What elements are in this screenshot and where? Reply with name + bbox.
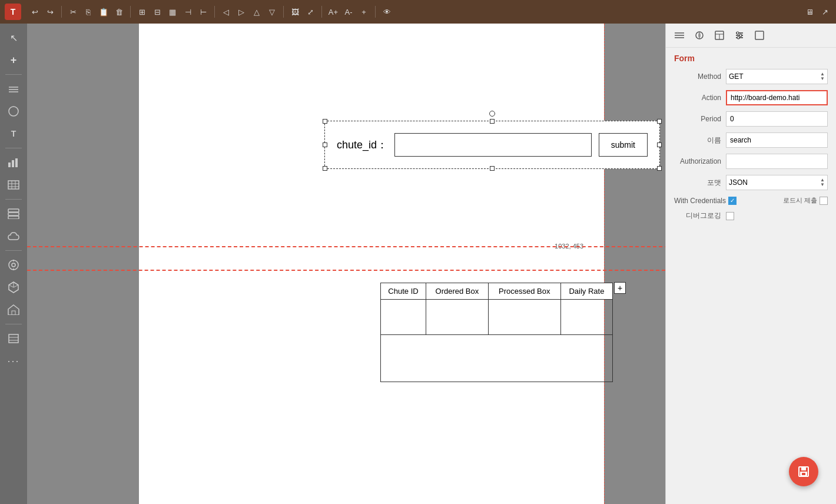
tab-settings[interactable] xyxy=(731,27,748,44)
handle-tm[interactable] xyxy=(490,119,495,124)
text-icon[interactable]: T xyxy=(4,124,23,143)
right-panel: Form Method GET ▲ ▼ Action xyxy=(665,24,836,504)
arrow-up-icon[interactable]: △ xyxy=(250,5,263,18)
sidebar-sep5 xyxy=(5,324,22,324)
col-daily-rate: Daily Rate xyxy=(560,283,612,300)
canvas-page: chute_id： submit 1032, 453 + Chute ID Or… xyxy=(139,24,604,504)
action-label: Action xyxy=(674,94,721,102)
text-smaller-icon[interactable]: A- xyxy=(342,5,355,18)
eye-icon[interactable]: 👁 xyxy=(380,5,393,18)
svg-rect-25 xyxy=(9,334,18,343)
right-panel-content: Form Method GET ▲ ▼ Action xyxy=(666,48,836,504)
redo-icon[interactable]: ↪ xyxy=(44,5,57,18)
tab-list[interactable] xyxy=(671,27,688,44)
box-3d-icon[interactable] xyxy=(4,278,23,297)
save-button[interactable] xyxy=(789,457,818,486)
svg-rect-41 xyxy=(755,31,764,39)
action-input[interactable] xyxy=(726,90,828,105)
credentials-row: With Credentials ✓ 로드시 제출 xyxy=(674,196,828,205)
table-row xyxy=(381,300,613,335)
sync-icon[interactable] xyxy=(4,256,23,274)
arrow-left-icon[interactable]: ◁ xyxy=(220,5,233,18)
table-grid-icon[interactable] xyxy=(4,175,23,194)
with-credentials-label: With Credentials xyxy=(674,197,726,205)
app-logo: T xyxy=(5,4,21,20)
table-cell xyxy=(560,300,612,335)
insert-col-icon[interactable]: ⊞ xyxy=(135,5,148,18)
format-select-wrapper: JSON ▲ ▼ xyxy=(726,175,828,190)
list-items-icon[interactable] xyxy=(4,329,23,348)
form-widget[interactable]: chute_id： submit xyxy=(324,121,660,169)
method-select[interactable]: GET ▲ ▼ xyxy=(726,69,828,84)
arrow-right-icon[interactable]: ▷ xyxy=(235,5,248,18)
chute-id-label: chute_id： xyxy=(337,138,387,152)
form-row: chute_id： submit xyxy=(337,133,648,157)
paste-icon[interactable]: 📋 xyxy=(97,5,110,18)
form-widget-top-handle[interactable] xyxy=(489,111,495,117)
handle-bl[interactable] xyxy=(323,166,327,171)
toolbar-right: 🖥 ↗ xyxy=(803,5,831,18)
table-cell xyxy=(488,300,560,335)
undo-icon[interactable]: ↩ xyxy=(28,5,41,18)
canvas-area: chute_id： submit 1032, 453 + Chute ID Or… xyxy=(27,24,665,504)
svg-point-15 xyxy=(9,260,18,270)
split-icon[interactable]: ⊣ xyxy=(181,5,194,18)
chart-icon[interactable] xyxy=(4,153,23,172)
image-icon[interactable]: 🖼 xyxy=(288,5,301,18)
lazy-submit-label: 로드시 제출 xyxy=(783,196,817,205)
lazy-submit-checkbox[interactable] xyxy=(820,197,828,205)
storage-icon[interactable] xyxy=(4,204,23,223)
authorization-input[interactable] xyxy=(726,154,828,169)
table-add-button[interactable]: + xyxy=(614,282,626,294)
home-icon[interactable] xyxy=(4,300,23,319)
shape-circle-icon[interactable] xyxy=(4,102,23,121)
svg-point-39 xyxy=(739,34,742,37)
period-input[interactable] xyxy=(726,111,828,127)
sep3 xyxy=(214,6,215,18)
handle-mr[interactable] xyxy=(657,142,662,147)
handle-bm[interactable] xyxy=(490,166,495,171)
svg-point-40 xyxy=(737,37,739,39)
sidebar-sep4 xyxy=(5,250,22,251)
cursor-icon[interactable]: ↖ xyxy=(4,28,23,47)
more-dots-icon[interactable]: ··· xyxy=(4,352,23,370)
svg-rect-14 xyxy=(8,216,19,219)
chute-id-input[interactable] xyxy=(394,133,592,157)
sep2 xyxy=(130,6,131,18)
add-icon[interactable]: + xyxy=(357,5,370,18)
text-bigger-icon[interactable]: A+ xyxy=(327,5,340,18)
expand-icon[interactable]: ↗ xyxy=(818,5,831,18)
format-select[interactable]: JSON ▲ ▼ xyxy=(726,175,828,190)
table-icon[interactable]: ▦ xyxy=(166,5,179,18)
tab-style[interactable] xyxy=(691,27,708,44)
insert-row-icon[interactable]: ⊟ xyxy=(151,5,164,18)
handle-tl[interactable] xyxy=(323,119,327,124)
arrow-down-icon[interactable]: ▽ xyxy=(266,5,278,18)
handle-br[interactable] xyxy=(657,166,662,171)
svg-rect-24 xyxy=(12,311,15,315)
delete-icon[interactable]: 🗑 xyxy=(112,5,125,18)
svg-rect-43 xyxy=(801,467,806,470)
method-value: GET xyxy=(729,72,744,81)
tab-code[interactable] xyxy=(751,27,768,44)
submit-button[interactable]: submit xyxy=(599,133,648,157)
monitor-icon[interactable]: 🖥 xyxy=(803,5,816,18)
debug-checkbox[interactable] xyxy=(726,212,734,220)
svg-point-3 xyxy=(9,107,18,116)
table-cell-merged xyxy=(381,335,613,382)
name-input[interactable] xyxy=(726,132,828,148)
with-credentials-checkbox[interactable]: ✓ xyxy=(728,197,737,205)
resize-icon[interactable]: ⤢ xyxy=(304,5,317,18)
cloud-icon[interactable] xyxy=(4,227,23,246)
handle-ml[interactable] xyxy=(323,142,327,147)
merge-icon[interactable]: ⊢ xyxy=(197,5,210,18)
handle-tr[interactable] xyxy=(657,119,662,124)
cut-icon[interactable]: ✂ xyxy=(67,5,79,18)
copy-icon[interactable]: ⎘ xyxy=(82,5,95,18)
line-icon[interactable] xyxy=(4,79,23,98)
debug-label: 디버그로깅 xyxy=(674,211,721,221)
tab-layout[interactable] xyxy=(711,27,728,44)
svg-rect-45 xyxy=(802,473,805,475)
sidebar-sep1 xyxy=(5,74,22,75)
add-element-icon[interactable]: + xyxy=(4,51,23,69)
